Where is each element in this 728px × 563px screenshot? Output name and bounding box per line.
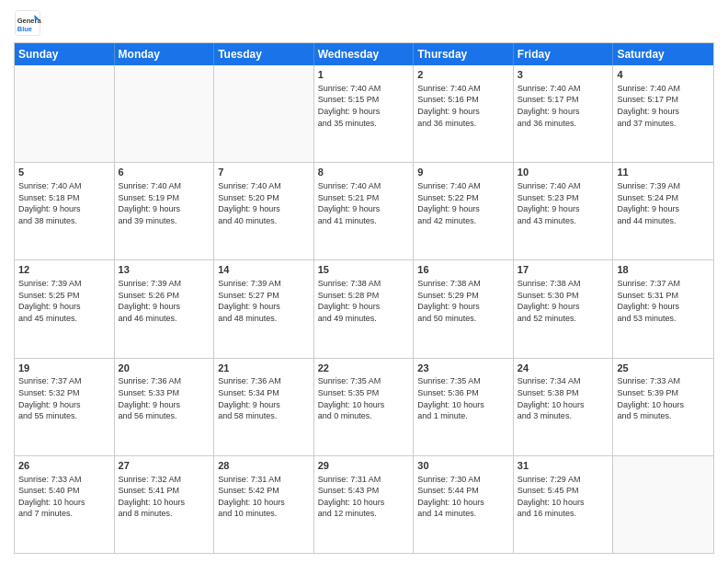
header: General Blue [14, 9, 714, 37]
day-number: 7 [218, 166, 310, 179]
day-number: 31 [518, 459, 609, 473]
day-number: 4 [617, 68, 710, 82]
calendar-cell [115, 65, 215, 162]
day-number: 25 [617, 362, 710, 375]
day-info: Sunrise: 7:40 AM Sunset: 5:22 PM Dayligh… [417, 180, 509, 226]
day-info: Sunrise: 7:39 AM Sunset: 5:26 PM Dayligh… [119, 278, 210, 324]
calendar-row: 5Sunrise: 7:40 AM Sunset: 5:18 PM Daylig… [15, 163, 713, 260]
calendar-cell [214, 65, 314, 162]
day-info: Sunrise: 7:39 AM Sunset: 5:27 PM Dayligh… [218, 278, 310, 324]
day-info: Sunrise: 7:40 AM Sunset: 5:16 PM Dayligh… [417, 83, 509, 129]
day-info: Sunrise: 7:33 AM Sunset: 5:39 PM Dayligh… [617, 375, 710, 421]
calendar-cell: 27Sunrise: 7:32 AM Sunset: 5:41 PM Dayli… [115, 456, 215, 553]
page: General Blue SundayMondayTuesdayWednesda… [0, 0, 728, 563]
weekday-header: Thursday [414, 43, 514, 65]
calendar-cell: 12Sunrise: 7:39 AM Sunset: 5:25 PM Dayli… [15, 260, 115, 357]
day-info: Sunrise: 7:40 AM Sunset: 5:17 PM Dayligh… [617, 83, 710, 129]
day-number: 11 [617, 166, 710, 179]
calendar-cell: 9Sunrise: 7:40 AM Sunset: 5:22 PM Daylig… [414, 163, 514, 259]
calendar-cell: 19Sunrise: 7:37 AM Sunset: 5:32 PM Dayli… [15, 359, 115, 455]
day-info: Sunrise: 7:33 AM Sunset: 5:40 PM Dayligh… [18, 474, 110, 520]
day-number: 1 [318, 68, 410, 82]
day-info: Sunrise: 7:40 AM Sunset: 5:20 PM Dayligh… [218, 180, 310, 226]
calendar-row: 12Sunrise: 7:39 AM Sunset: 5:25 PM Dayli… [15, 260, 713, 358]
calendar-cell: 16Sunrise: 7:38 AM Sunset: 5:29 PM Dayli… [414, 260, 514, 357]
day-number: 13 [119, 263, 210, 277]
calendar-cell: 25Sunrise: 7:33 AM Sunset: 5:39 PM Dayli… [613, 359, 713, 455]
day-number: 2 [417, 68, 509, 82]
calendar-cell: 6Sunrise: 7:40 AM Sunset: 5:19 PM Daylig… [115, 163, 215, 259]
day-info: Sunrise: 7:35 AM Sunset: 5:36 PM Dayligh… [417, 375, 509, 421]
day-number: 16 [417, 263, 509, 277]
day-info: Sunrise: 7:36 AM Sunset: 5:33 PM Dayligh… [119, 375, 210, 421]
day-info: Sunrise: 7:40 AM Sunset: 5:21 PM Dayligh… [318, 180, 410, 226]
calendar-row: 26Sunrise: 7:33 AM Sunset: 5:40 PM Dayli… [15, 456, 713, 553]
day-info: Sunrise: 7:37 AM Sunset: 5:31 PM Dayligh… [617, 278, 710, 324]
calendar-cell: 18Sunrise: 7:37 AM Sunset: 5:31 PM Dayli… [613, 260, 713, 357]
calendar-cell: 4Sunrise: 7:40 AM Sunset: 5:17 PM Daylig… [613, 65, 713, 162]
day-number: 20 [119, 362, 210, 375]
calendar-cell: 1Sunrise: 7:40 AM Sunset: 5:15 PM Daylig… [314, 65, 415, 162]
day-number: 30 [417, 459, 509, 473]
calendar-cell: 15Sunrise: 7:38 AM Sunset: 5:28 PM Dayli… [314, 260, 415, 357]
day-info: Sunrise: 7:32 AM Sunset: 5:41 PM Dayligh… [119, 474, 210, 520]
day-info: Sunrise: 7:36 AM Sunset: 5:34 PM Dayligh… [218, 375, 310, 421]
weekday-header: Wednesday [314, 43, 415, 65]
day-number: 23 [417, 362, 509, 375]
calendar-row: 19Sunrise: 7:37 AM Sunset: 5:32 PM Dayli… [15, 359, 713, 456]
weekday-header: Tuesday [214, 43, 314, 65]
day-number: 24 [518, 362, 609, 375]
day-number: 6 [119, 166, 210, 179]
calendar-cell: 31Sunrise: 7:29 AM Sunset: 5:45 PM Dayli… [514, 456, 614, 553]
calendar-row: 1Sunrise: 7:40 AM Sunset: 5:15 PM Daylig… [15, 65, 713, 163]
day-info: Sunrise: 7:40 AM Sunset: 5:19 PM Dayligh… [119, 180, 210, 226]
calendar-cell: 23Sunrise: 7:35 AM Sunset: 5:36 PM Dayli… [414, 359, 514, 455]
day-number: 21 [218, 362, 310, 375]
calendar-cell: 14Sunrise: 7:39 AM Sunset: 5:27 PM Dayli… [214, 260, 314, 357]
calendar-cell [613, 456, 713, 553]
day-info: Sunrise: 7:40 AM Sunset: 5:23 PM Dayligh… [518, 180, 609, 226]
day-number: 15 [318, 263, 410, 277]
weekday-header: Saturday [613, 43, 713, 65]
weekday-header: Sunday [15, 43, 115, 65]
day-info: Sunrise: 7:31 AM Sunset: 5:43 PM Dayligh… [318, 474, 410, 520]
day-number: 18 [617, 263, 710, 277]
day-number: 9 [417, 166, 509, 179]
calendar-cell: 26Sunrise: 7:33 AM Sunset: 5:40 PM Dayli… [15, 456, 115, 553]
logo-icon: General Blue [14, 9, 41, 37]
day-info: Sunrise: 7:40 AM Sunset: 5:18 PM Dayligh… [18, 180, 110, 226]
day-number: 8 [318, 166, 410, 179]
day-info: Sunrise: 7:39 AM Sunset: 5:24 PM Dayligh… [617, 180, 710, 226]
calendar-cell: 22Sunrise: 7:35 AM Sunset: 5:35 PM Dayli… [314, 359, 415, 455]
weekday-header: Friday [514, 43, 614, 65]
day-info: Sunrise: 7:37 AM Sunset: 5:32 PM Dayligh… [18, 375, 110, 421]
calendar-cell: 7Sunrise: 7:40 AM Sunset: 5:20 PM Daylig… [214, 163, 314, 259]
day-number: 19 [18, 362, 110, 375]
svg-text:Blue: Blue [17, 25, 32, 33]
day-number: 5 [18, 166, 110, 179]
calendar-cell: 17Sunrise: 7:38 AM Sunset: 5:30 PM Dayli… [514, 260, 614, 357]
day-info: Sunrise: 7:31 AM Sunset: 5:42 PM Dayligh… [218, 474, 310, 520]
calendar-cell: 11Sunrise: 7:39 AM Sunset: 5:24 PM Dayli… [613, 163, 713, 259]
calendar-cell: 21Sunrise: 7:36 AM Sunset: 5:34 PM Dayli… [214, 359, 314, 455]
calendar-cell: 20Sunrise: 7:36 AM Sunset: 5:33 PM Dayli… [115, 359, 215, 455]
day-number: 3 [518, 68, 609, 82]
calendar-cell: 10Sunrise: 7:40 AM Sunset: 5:23 PM Dayli… [514, 163, 614, 259]
calendar: SundayMondayTuesdayWednesdayThursdayFrid… [14, 42, 714, 554]
calendar-cell: 2Sunrise: 7:40 AM Sunset: 5:16 PM Daylig… [414, 65, 514, 162]
day-number: 28 [218, 459, 310, 473]
calendar-cell: 30Sunrise: 7:30 AM Sunset: 5:44 PM Dayli… [414, 456, 514, 553]
calendar-cell: 28Sunrise: 7:31 AM Sunset: 5:42 PM Dayli… [214, 456, 314, 553]
calendar-cell: 24Sunrise: 7:34 AM Sunset: 5:38 PM Dayli… [514, 359, 614, 455]
logo: General Blue [14, 9, 45, 37]
day-info: Sunrise: 7:30 AM Sunset: 5:44 PM Dayligh… [417, 474, 509, 520]
calendar-cell: 8Sunrise: 7:40 AM Sunset: 5:21 PM Daylig… [314, 163, 415, 259]
day-number: 22 [318, 362, 410, 375]
day-info: Sunrise: 7:38 AM Sunset: 5:29 PM Dayligh… [417, 278, 509, 324]
day-info: Sunrise: 7:34 AM Sunset: 5:38 PM Dayligh… [518, 375, 609, 421]
day-info: Sunrise: 7:40 AM Sunset: 5:17 PM Dayligh… [518, 83, 609, 129]
day-info: Sunrise: 7:29 AM Sunset: 5:45 PM Dayligh… [518, 474, 609, 520]
day-info: Sunrise: 7:40 AM Sunset: 5:15 PM Dayligh… [318, 83, 410, 129]
calendar-cell [15, 65, 115, 162]
day-number: 27 [119, 459, 210, 473]
